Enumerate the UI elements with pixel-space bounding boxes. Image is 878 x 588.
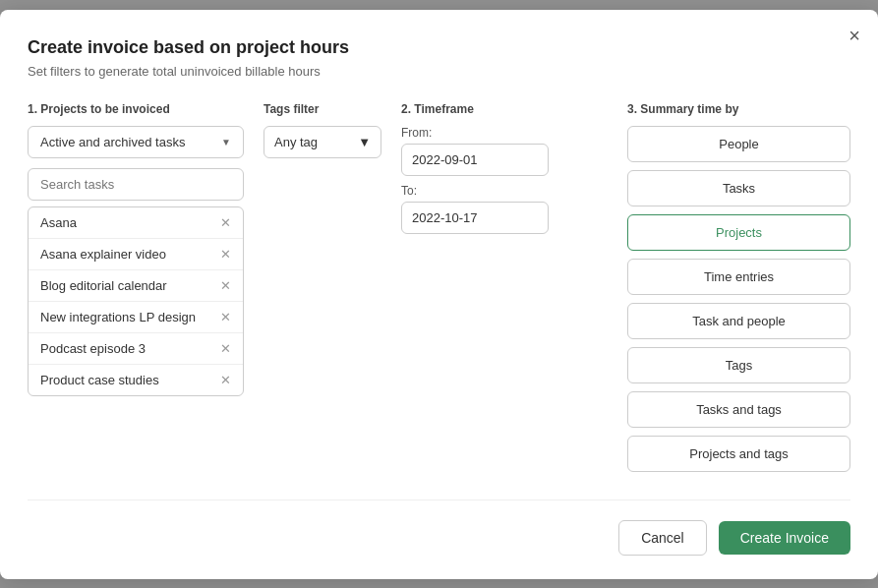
list-item: Product case studies ✕	[29, 365, 243, 395]
remove-icon[interactable]: ✕	[220, 374, 231, 386]
remove-icon[interactable]: ✕	[220, 248, 231, 261]
list-item: Blog editorial calendar ✕	[29, 270, 243, 302]
tags-dropdown-value: Any tag	[274, 135, 318, 149]
from-input[interactable]	[401, 144, 549, 176]
modal-overlay: × Create invoice based on project hours …	[0, 0, 878, 588]
section-projects: 1. Projects to be invoiced Active and ar…	[28, 102, 244, 396]
section-3-label: 3. Summary time by	[627, 102, 850, 116]
summary-btn-tasks[interactable]: Tasks	[627, 170, 850, 206]
section-1-label: 1. Projects to be invoiced	[28, 102, 244, 116]
create-invoice-button[interactable]: Create Invoice	[719, 521, 850, 555]
search-input[interactable]	[28, 168, 244, 201]
section-2-label: 2. Timeframe	[401, 102, 608, 116]
summary-btn-people[interactable]: People	[627, 126, 850, 162]
modal-title: Create invoice based on project hours	[28, 37, 850, 58]
summary-btn-task-and-people[interactable]: Task and people	[627, 303, 850, 339]
task-list: Asana ✕ Asana explainer video ✕ Blog edi…	[28, 206, 244, 396]
task-name: Asana	[40, 215, 77, 230]
section-timeframe: 2. Timeframe From: To:	[401, 102, 608, 234]
projects-dropdown[interactable]: Active and archived tasks ▼	[28, 126, 244, 158]
tags-filter-section: Tags filter Any tag ▼	[263, 102, 381, 158]
modal-subtitle: Set filters to generate total uninvoiced…	[28, 64, 850, 79]
remove-icon[interactable]: ✕	[220, 342, 231, 355]
close-button[interactable]: ×	[849, 26, 860, 45]
modal: × Create invoice based on project hours …	[0, 10, 878, 579]
section-summary: 3. Summary time by People Tasks Projects…	[627, 102, 850, 472]
summary-btn-projects[interactable]: Projects	[627, 214, 850, 251]
task-name: New integrations LP design	[40, 310, 196, 324]
tags-dropdown[interactable]: Any tag ▼	[263, 126, 381, 158]
list-item: Asana explainer video ✕	[29, 239, 243, 270]
remove-icon[interactable]: ✕	[220, 279, 231, 292]
task-name: Product case studies	[40, 373, 159, 387]
summary-btn-time-entries[interactable]: Time entries	[627, 259, 850, 295]
from-field: From:	[401, 126, 608, 176]
summary-btn-projects-and-tags[interactable]: Projects and tags	[627, 436, 850, 472]
list-item: Podcast episode 3 ✕	[29, 333, 243, 365]
to-field: To:	[401, 184, 608, 234]
chevron-down-icon: ▼	[221, 137, 231, 147]
remove-icon[interactable]: ✕	[220, 216, 231, 229]
task-name: Asana explainer video	[40, 247, 166, 262]
list-item: Asana ✕	[29, 207, 243, 239]
projects-dropdown-value: Active and archived tasks	[40, 135, 185, 149]
summary-btn-tasks-and-tags[interactable]: Tasks and tags	[627, 391, 850, 428]
from-label: From:	[401, 126, 608, 140]
to-label: To:	[401, 184, 608, 198]
summary-btn-tags[interactable]: Tags	[627, 347, 850, 383]
task-name: Podcast episode 3	[40, 341, 146, 356]
modal-footer: Cancel Create Invoice	[28, 500, 850, 556]
modal-body: 1. Projects to be invoiced Active and ar…	[28, 102, 850, 472]
task-name: Blog editorial calendar	[40, 278, 167, 293]
list-item: New integrations LP design ✕	[29, 302, 243, 333]
chevron-down-icon: ▼	[358, 135, 371, 149]
timeframe-row: From: To:	[401, 126, 608, 234]
tags-filter-label: Tags filter	[263, 102, 381, 116]
remove-icon[interactable]: ✕	[220, 311, 231, 323]
summary-buttons: People Tasks Projects Time entries Task …	[627, 126, 850, 472]
cancel-button[interactable]: Cancel	[618, 520, 707, 556]
to-input[interactable]	[401, 202, 549, 234]
